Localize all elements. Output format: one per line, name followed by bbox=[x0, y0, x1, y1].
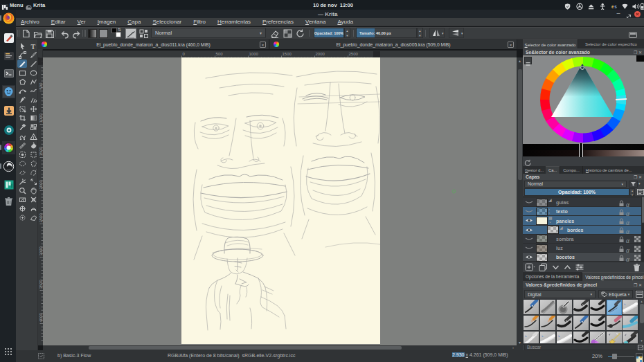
svg-text:⌞: ⌞ bbox=[624, 301, 626, 305]
svg-text:2500: 2500 bbox=[349, 52, 359, 56]
svg-text:4000: 4000 bbox=[39, 312, 43, 322]
svg-text:s: s bbox=[614, 4, 617, 9]
svg-text:3000: 3000 bbox=[39, 246, 43, 255]
svg-text:3500: 3500 bbox=[39, 279, 43, 289]
svg-text:T: T bbox=[30, 42, 35, 50]
svg-text:1500: 1500 bbox=[39, 146, 43, 156]
svg-text:1000: 1000 bbox=[249, 52, 259, 56]
svg-text:2000: 2000 bbox=[39, 179, 43, 189]
svg-text:⌞: ⌞ bbox=[525, 333, 527, 337]
svg-text:500: 500 bbox=[39, 82, 43, 90]
svg-text:1500: 1500 bbox=[283, 52, 292, 56]
svg-text:2500: 2500 bbox=[39, 212, 43, 222]
svg-text:500: 500 bbox=[216, 52, 224, 56]
svg-text:⌞: ⌞ bbox=[558, 333, 560, 337]
svg-text:2000: 2000 bbox=[316, 52, 325, 56]
svg-text:1000: 1000 bbox=[39, 113, 43, 123]
svg-text:⌞: ⌞ bbox=[542, 333, 544, 337]
